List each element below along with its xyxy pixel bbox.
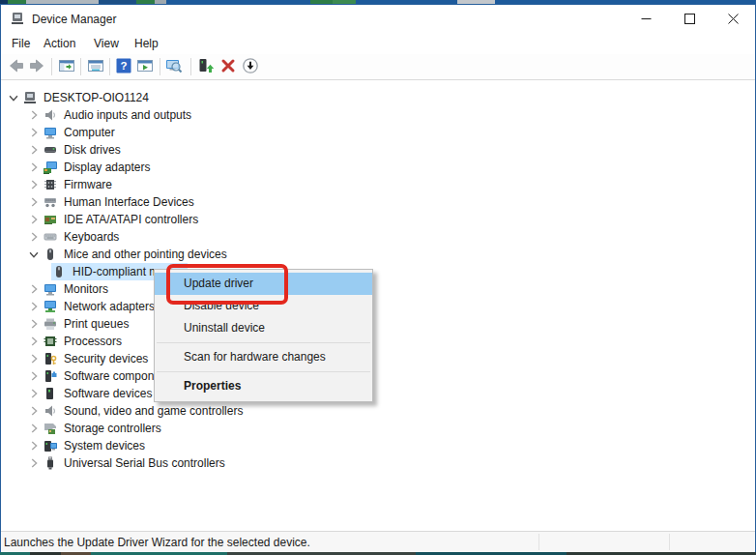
chevron-right-icon[interactable] — [25, 177, 43, 192]
menu-view[interactable]: View — [91, 36, 122, 52]
forward-arrow-icon — [28, 57, 45, 77]
row-body[interactable]: IDE ATA/ATAPI controllers — [43, 211, 202, 228]
maximize-button[interactable] — [668, 5, 712, 33]
close-button[interactable] — [712, 5, 755, 33]
context-menu-item-update-driver[interactable]: Update driver — [155, 273, 372, 295]
tree-row-firmware[interactable]: Firmware — [1, 176, 756, 193]
action-pane-icon — [136, 57, 154, 77]
menu-file[interactable]: File — [9, 36, 33, 52]
menu-action[interactable]: Action — [41, 36, 78, 52]
row-body[interactable]: Print queues — [43, 315, 132, 333]
row-body[interactable]: Human Interface Devices — [43, 193, 198, 211]
tree-row-sound-video-and-game-controllers[interactable]: Sound, video and game controllers — [1, 402, 756, 420]
toolbar-back-button[interactable] — [6, 57, 25, 76]
tree-row-universal-serial-bus-controllers[interactable]: Universal Serial Bus controllers — [1, 454, 756, 472]
chevron-right-icon[interactable] — [25, 212, 43, 227]
chevron-right-icon[interactable] — [25, 194, 43, 210]
tree-row-system-devices[interactable]: System devices — [1, 437, 756, 454]
chevron-right-icon[interactable] — [25, 386, 43, 401]
chevron-right-icon[interactable] — [25, 455, 43, 471]
minimize-icon — [641, 14, 652, 24]
toolbar-uninstall-device-button[interactable] — [218, 57, 238, 76]
chevron-right-icon[interactable] — [25, 438, 43, 453]
ide-icon — [43, 212, 58, 227]
context-menu-item-scan-for-hardware-changes[interactable]: Scan for hardware changes — [155, 346, 372, 368]
chevron-right-icon[interactable] — [25, 334, 43, 349]
tree-row-processors[interactable]: Processors — [1, 333, 756, 350]
row-body[interactable]: System devices — [43, 437, 149, 454]
tree-item-label: Keyboards — [64, 230, 119, 244]
chevron-right-icon[interactable] — [25, 125, 43, 140]
row-body[interactable]: Universal Serial Bus controllers — [43, 454, 229, 472]
tree-row-disk-drives[interactable]: Disk drives — [1, 141, 756, 159]
tree-row-monitors[interactable]: Monitors — [1, 280, 756, 298]
tree-item-label: Universal Serial Bus controllers — [64, 456, 225, 470]
toolbar-forward-button[interactable] — [27, 57, 46, 76]
chevron-right-icon[interactable] — [25, 299, 43, 314]
chevron-right-icon[interactable] — [25, 421, 43, 436]
row-body[interactable]: Keyboards — [43, 228, 123, 246]
context-menu-separator — [157, 342, 370, 343]
chevron-right-icon[interactable] — [25, 403, 43, 419]
toolbar-disable-device-button[interactable] — [241, 57, 260, 76]
audio-icon — [43, 107, 58, 123]
tree-row-storage-controllers[interactable]: Storage controllers — [1, 420, 756, 437]
toolbar-update-driver-button[interactable] — [196, 57, 216, 76]
tree-row-print-queues[interactable]: Print queues — [1, 315, 756, 333]
chevron-right-icon[interactable] — [25, 160, 43, 175]
tree-row-display-adapters[interactable]: Display adapters — [1, 159, 756, 176]
row-body[interactable]: Firmware — [43, 176, 116, 193]
tree-row-hid-compliant-mouse[interactable]: HID-compliant mouse — [1, 263, 756, 280]
row-body[interactable]: Network adapters — [43, 298, 159, 315]
scan-icon — [165, 57, 183, 77]
row-body[interactable]: Security devices — [43, 350, 152, 367]
row-body[interactable]: Display adapters — [43, 159, 154, 176]
tree-row-desktop-oio1124[interactable]: DESKTOP-OIO1124 — [1, 89, 756, 106]
device-tree: DESKTOP-OIO1124Audio inputs and outputsC… — [1, 80, 755, 532]
context-menu-item-uninstall-device[interactable]: Uninstall device — [155, 317, 372, 339]
chevron-down-icon[interactable] — [25, 247, 43, 262]
context-menu-item-properties[interactable]: Properties — [155, 375, 372, 397]
tree-row-audio-inputs-and-outputs[interactable]: Audio inputs and outputs — [1, 106, 756, 124]
chevron-right-icon[interactable] — [25, 281, 43, 297]
row-body[interactable]: Audio inputs and outputs — [43, 106, 195, 124]
row-body[interactable]: Sound, video and game controllers — [43, 402, 247, 420]
menu-help[interactable]: Help — [131, 36, 161, 52]
chevron-down-icon[interactable] — [5, 90, 22, 105]
tree-row-human-interface-devices[interactable]: Human Interface Devices — [1, 193, 756, 211]
row-body[interactable]: Mice and other pointing devices — [43, 246, 231, 263]
tree-row-security-devices[interactable]: Security devices — [1, 350, 756, 367]
chevron-right-icon[interactable] — [25, 142, 43, 158]
row-body[interactable]: Monitors — [43, 280, 112, 298]
chevron-right-icon[interactable] — [25, 316, 43, 332]
toolbar-show-console-tree-button[interactable] — [57, 57, 76, 76]
chevron-right-icon[interactable] — [25, 107, 43, 123]
titlebar: Device Manager — [1, 5, 755, 33]
context-menu-separator — [157, 371, 370, 372]
row-body[interactable]: DESKTOP-OIO1124 — [22, 89, 153, 106]
row-body[interactable]: Disk drives — [43, 141, 125, 159]
context-menu-item-disable-device[interactable]: Disable device — [155, 295, 372, 317]
device-manager-app-icon — [10, 11, 25, 26]
tree-row-ide-ata-atapi-controllers[interactable]: IDE ATA/ATAPI controllers — [1, 211, 756, 228]
chevron-right-icon[interactable] — [25, 229, 43, 245]
row-body[interactable]: Computer — [43, 124, 119, 141]
row-body[interactable]: Processors — [43, 333, 126, 350]
tree-row-keyboards[interactable]: Keyboards — [1, 228, 756, 246]
row-body[interactable]: Software devices — [43, 385, 156, 402]
tree-row-software-components[interactable]: Software components — [1, 367, 756, 385]
tree-row-computer[interactable]: Computer — [1, 124, 756, 141]
tree-row-network-adapters[interactable]: Network adapters — [1, 298, 756, 315]
toolbar-scan-for-hardware-changes-button[interactable] — [164, 57, 184, 76]
toolbar-separator — [80, 58, 81, 75]
minimize-button[interactable] — [625, 5, 668, 33]
tree-row-mice-and-other-pointing-devices[interactable]: Mice and other pointing devices — [1, 246, 756, 263]
toolbar-help-button[interactable]: ? — [114, 57, 133, 76]
tree-row-software-devices[interactable]: Software devices — [1, 385, 756, 402]
toolbar-properties-window-button[interactable] — [86, 57, 105, 76]
security-icon — [43, 351, 58, 366]
row-body[interactable]: Storage controllers — [43, 420, 165, 437]
chevron-right-icon[interactable] — [25, 351, 43, 366]
chevron-right-icon[interactable] — [25, 368, 43, 384]
toolbar-action-pane-button[interactable] — [135, 57, 155, 76]
